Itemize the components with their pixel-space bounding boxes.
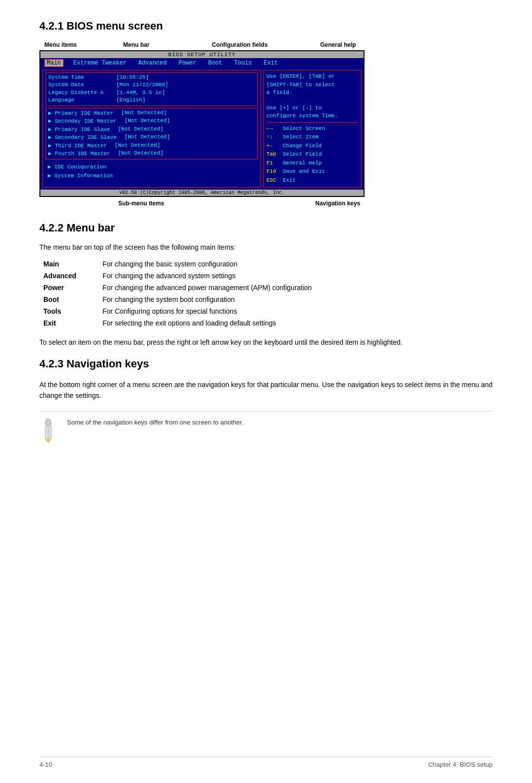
bios-val-language: [English] [116,97,145,104]
menu-label-main: Main [39,258,99,270]
menu-row-tools: Tools For Configuring options for specia… [39,305,493,317]
bios-menu-boot[interactable]: Boot [206,60,224,66]
bios-left-panel: System Time [10:55:25] System Date [Mon … [42,70,261,188]
menu-desc-advanced: For changing the advanced system setting… [99,270,493,282]
bios-key-language: Language [48,97,112,104]
bios-help-line-5: configure system Time. [266,112,358,120]
label-menu-bar: Menu bar [123,41,163,48]
bios-item-secondary-ide-slave[interactable]: Secondary IDE Slave [48,133,117,142]
menu-label-power: Power [39,282,99,294]
label-navigation-keys: Navigation keys [315,200,360,207]
bios-row-date: System Date [Mon 11/22/2006] [48,81,255,89]
bios-help-text-area: Use [ENTER], [TAB] or [SHIFT-TAB] to sel… [266,72,358,123]
bios-menu-bar: Main Extreme Tweaker Advanced Power Boot… [40,58,364,68]
bios-footer: v02.58 (C)Copyright 1985-2006, American … [40,190,364,196]
bios-row-diskette: Legacy Diskette A [1.44M, 3.5 in] [48,89,255,97]
bios-val-primary-ide-slave: [Not Detected] [118,126,163,134]
bios-row-primary-ide-master: Primary IDE Master [Not Detected] [48,109,255,118]
bios-item-primary-ide-slave[interactable]: Primary IDE Slave [48,126,110,134]
bios-key-diskette: Legacy Diskette A [48,89,112,97]
menu-label-exit: Exit [39,317,99,329]
bios-row-language: Language [English] [48,97,255,104]
bios-key-time: System Time [48,74,112,81]
menu-desc-power: For changing the advanced power manageme… [99,282,493,294]
bios-help-line-4: Use [+] or [-] to [266,104,358,112]
bios-val-date: [Mon 11/22/2006] [116,81,168,89]
label-menu-items: Menu items [44,41,89,48]
section-422-title: 4.2.2 Menu bar [39,222,493,234]
bios-right-panel: Use [ENTER], [TAB] or [SHIFT-TAB] to sel… [263,70,362,188]
menu-row-boot: Boot For changing the system boot config… [39,294,493,305]
section-423: 4.2.3 Navigation keys At the bottom righ… [39,358,493,445]
section-423-title: 4.2.3 Navigation keys [39,358,493,370]
bios-item-system-info[interactable]: System Information [48,171,256,181]
diagram-labels-bottom: Sub-menu items Navigation keys [39,200,493,207]
section-422: 4.2.2 Menu bar The menu bar on top of th… [39,222,493,348]
bios-row-primary-ide-slave: Primary IDE Slave [Not Detected] [48,126,255,134]
bios-nav-esc: ESC Exit [266,176,358,185]
menu-row-power: Power For changing the advanced power ma… [39,282,493,294]
bios-item-secondary-ide-master[interactable]: Seconday IDE Master [48,117,117,126]
diagram-labels-top: Menu items Menu bar Configuration fields… [39,41,493,48]
bios-menu-main[interactable]: Main [44,59,64,67]
bios-nav-tab: Tab Select Field [266,150,358,159]
bios-key-date: System Date [48,81,112,89]
bios-row-third-ide-master: Third IDE Master [Not Detected] [48,142,255,150]
bios-nav-keys: ←→ Select Screen ↑↓ Select Item +- Chang… [266,125,358,185]
bios-nav-f1: F1 General Help [266,159,358,168]
bios-item-fourth-ide-master[interactable]: Fourth IDE Master [48,150,110,158]
bios-help-line-1: Use [ENTER], [TAB] or [266,72,358,81]
bios-config-section: IDE Coniquration System Information [46,162,258,182]
label-general-help: General help [320,41,369,48]
bios-nav-arrows: ←→ Select Screen [266,125,358,133]
note-box: Some of the navigation keys differ from … [39,411,493,445]
bios-body: System Time [10:55:25] System Date [Mon … [40,68,364,190]
menu-bar-table: Main For changing the basic system confi… [39,258,493,329]
label-sub-menu-items: Sub-menu items [118,200,177,207]
bios-row-fourth-ide-master: Fourth IDE Master [Not Detected] [48,150,255,158]
bios-title-bar: BIOS SETUP UTILITY [40,51,364,58]
bios-help-line-3: a field. [266,89,358,97]
menu-desc-main: For changing the basic system configurat… [99,258,493,270]
bios-menu-tweaker[interactable]: Extreme Tweaker [71,60,129,66]
section-421-title: 4.2.1 BIOS menu screen [39,20,493,33]
bios-val-third-ide-master: [Not Detected] [115,142,160,150]
menu-label-tools: Tools [39,305,99,317]
menu-bar-intro: The menu bar on top of the screen has th… [39,243,493,251]
bios-val-time: [10:55:25] [116,74,149,81]
label-config-fields: Configuration fields [212,41,276,48]
bios-nav-plusminus: +- Change Field [266,142,358,151]
pencil-icon [39,419,57,443]
note-text: Some of the navigation keys differ from … [67,418,243,427]
bios-row-secondary-ide-master: Seconday IDE Master [Not Detected] [48,117,255,126]
bios-nav-f10: F10 Save and Exit [266,167,358,176]
bios-val-primary-ide-master: [Not Detected] [121,109,166,118]
menu-row-exit: Exit For selecting the exit options and … [39,317,493,329]
bios-menu-exit[interactable]: Exit [262,60,280,66]
menu-desc-exit: For selecting the exit options and loadi… [99,317,493,329]
bios-val-secondary-ide-master: [Not Detected] [125,117,170,126]
bios-item-third-ide-master[interactable]: Third IDE Master [48,142,107,150]
menu-desc-tools: For Configuring options for special func… [99,305,493,317]
bios-menu-power[interactable]: Power [176,60,198,66]
bios-row-time: System Time [10:55:25] [48,74,255,81]
bios-menu-advanced[interactable]: Advanced [136,60,169,66]
select-note: To select an item on the menu bar, press… [39,337,493,348]
bios-val-diskette: [1.44M, 3.5 in] [116,89,165,97]
bios-menu-tools[interactable]: Tools [232,60,254,66]
svg-marker-2 [45,439,51,443]
section-421: 4.2.1 BIOS menu screen Menu items Menu b… [39,20,493,207]
bios-item-primary-ide-master[interactable]: Primary IDE Master [48,109,113,118]
bios-item-ide-config[interactable]: IDE Coniquration [48,163,256,172]
menu-row-main: Main For changing the basic system confi… [39,258,493,270]
menu-label-advanced: Advanced [39,270,99,282]
bios-basic-fields: System Time [10:55:25] System Date [Mon … [46,72,258,106]
bios-ide-section: Primary IDE Master [Not Detected] Second… [46,108,258,160]
menu-desc-boot: For changing the system boot configurati… [99,294,493,305]
bios-row-secondary-ide-slave: Secondary IDE Slave [Not Detected] [48,133,255,142]
page-footer: 4-10 Chapter 4: BIOS setup [39,756,493,768]
bios-screen: BIOS SETUP UTILITY Main Extreme Tweaker … [39,50,365,197]
menu-row-advanced: Advanced For changing the advanced syste… [39,270,493,282]
nav-keys-text: At the bottom right corner of a menu scr… [39,379,493,401]
menu-label-boot: Boot [39,294,99,305]
